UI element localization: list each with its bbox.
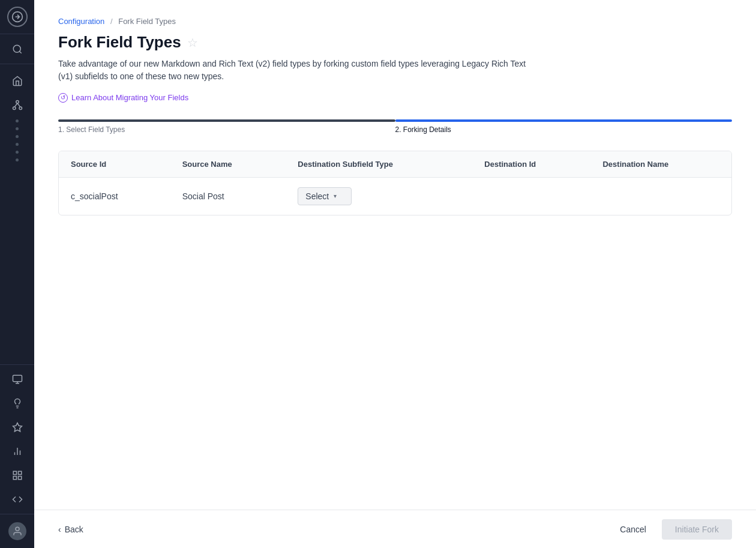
sidebar-logo[interactable] [0, 0, 34, 34]
sidebar-item-star-rating[interactable] [0, 415, 34, 439]
nav-dot-6 [16, 158, 19, 161]
breadcrumb-current: Fork Field Types [118, 17, 176, 26]
svg-marker-12 [13, 423, 22, 432]
svg-rect-16 [13, 471, 16, 474]
col-destination-subfield-type: Destination Subfield Type [286, 151, 472, 178]
nav-dot-1 [16, 119, 19, 122]
sidebar-bottom [0, 514, 34, 548]
cell-destination-id [472, 177, 590, 215]
nav-dot-4 [16, 143, 19, 146]
breadcrumb-config-link[interactable]: Configuration [58, 17, 104, 26]
sidebar-item-bulb[interactable] [0, 391, 34, 415]
content-area: Configuration / Fork Field Types Fork Fi… [34, 0, 756, 510]
step-2-label: 2. Forking Details [395, 125, 733, 134]
svg-line-5 [14, 103, 17, 107]
page-description: Take advantage of our new Markdown and R… [58, 58, 526, 83]
cell-destination-subfield-type: Select ▾ [286, 177, 472, 215]
svg-rect-7 [13, 375, 22, 382]
step-1-label: 1. Select Field Types [58, 125, 395, 134]
search-button[interactable] [0, 34, 34, 64]
table-row: c_socialPost Social Post Select ▾ [59, 177, 731, 215]
svg-rect-19 [18, 477, 21, 480]
nav-dot-2 [16, 127, 19, 130]
back-button[interactable]: ‹ Back [58, 521, 83, 538]
step-1: 1. Select Field Types [58, 119, 395, 134]
cell-source-id: c_socialPost [59, 177, 170, 215]
svg-line-6 [17, 103, 20, 107]
sidebar-item-home[interactable] [0, 69, 34, 93]
logo-icon [7, 7, 28, 27]
step-1-bar [58, 119, 395, 122]
initiate-fork-button[interactable]: Initiate Fork [662, 519, 732, 540]
breadcrumb-separator: / [110, 17, 113, 26]
sidebar-item-avatar[interactable] [0, 519, 34, 543]
sidebar-item-grid[interactable] [0, 463, 34, 487]
chevron-down-icon: ▾ [334, 193, 337, 199]
avatar [8, 522, 26, 540]
cancel-button[interactable]: Cancel [611, 520, 655, 539]
footer-left: ‹ Back [58, 521, 83, 538]
page-header: Fork Field Types ☆ [58, 33, 732, 52]
footer-right: Cancel Initiate Fork [611, 519, 732, 540]
nav-dot-3 [16, 135, 19, 138]
sidebar-section-tools [0, 364, 34, 514]
col-destination-name: Destination Name [590, 151, 731, 178]
breadcrumb: Configuration / Fork Field Types [58, 17, 732, 26]
svg-rect-18 [13, 477, 16, 480]
step-2-bar [395, 119, 733, 122]
svg-rect-17 [18, 471, 21, 474]
svg-point-4 [19, 107, 22, 110]
svg-point-20 [16, 527, 19, 531]
sidebar [0, 0, 34, 548]
sidebar-item-integrations[interactable] [0, 93, 34, 117]
col-source-id: Source Id [59, 151, 170, 178]
footer: ‹ Back Cancel Initiate Fork [34, 510, 756, 548]
cell-destination-name [590, 177, 731, 215]
favorite-star-icon[interactable]: ☆ [187, 35, 198, 50]
sidebar-item-chart[interactable] [0, 439, 34, 463]
steps-container: 1. Select Field Types 2. Forking Details [58, 119, 732, 134]
destination-subfield-type-select[interactable]: Select ▾ [298, 187, 352, 205]
learn-link-text: Learn About Migrating Your Fields [71, 93, 188, 102]
step-2: 2. Forking Details [395, 119, 733, 134]
main-content: Configuration / Fork Field Types Fork Fi… [34, 0, 756, 548]
back-chevron-icon: ‹ [58, 525, 61, 534]
nav-dot-5 [16, 151, 19, 154]
col-destination-id: Destination Id [472, 151, 590, 178]
field-types-table: Source Id Source Name Destination Subfie… [59, 151, 731, 215]
table-header-row: Source Id Source Name Destination Subfie… [59, 151, 731, 178]
select-label: Select [305, 191, 329, 201]
page-title: Fork Field Types [58, 33, 181, 52]
data-table: Source Id Source Name Destination Subfie… [58, 151, 732, 215]
col-source-name: Source Name [170, 151, 286, 178]
svg-point-2 [16, 101, 19, 104]
svg-point-1 [13, 45, 20, 52]
learn-link-icon: ↺ [58, 93, 68, 103]
svg-point-3 [13, 107, 16, 110]
sidebar-nav [0, 64, 34, 364]
learn-link[interactable]: ↺ Learn About Migrating Your Fields [58, 93, 188, 103]
back-label: Back [65, 525, 83, 534]
cell-source-name: Social Post [170, 177, 286, 215]
sidebar-item-layers[interactable] [0, 367, 34, 391]
sidebar-item-code[interactable] [0, 487, 34, 511]
